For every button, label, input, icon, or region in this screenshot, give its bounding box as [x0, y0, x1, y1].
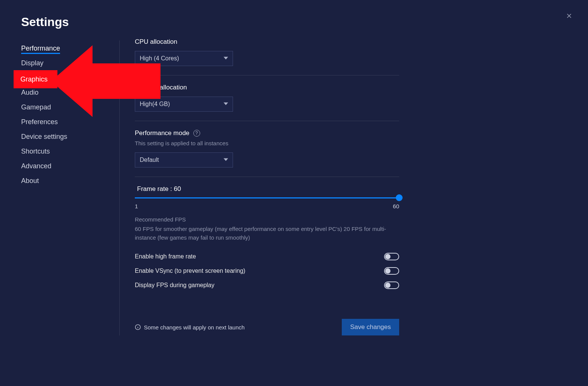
sidebar-item-label: Gamepad: [21, 103, 51, 111]
help-icon[interactable]: ?: [193, 130, 200, 137]
annotation-highlight-label: Graphics: [20, 75, 48, 83]
sidebar-item-label: Performance: [21, 45, 60, 54]
slider-max-label: 60: [393, 203, 399, 209]
settings-content: CPU allocation High (4 Cores) Memory all…: [120, 38, 399, 335]
performance-mode-select[interactable]: Default: [135, 152, 233, 168]
sidebar-item-display[interactable]: Display: [21, 56, 43, 71]
select-value: Default: [140, 157, 159, 163]
slider-min-label: 1: [135, 203, 138, 209]
sidebar-item-label: Audio: [21, 89, 39, 96]
enable-high-frame-rate-toggle[interactable]: [384, 253, 399, 260]
sidebar-item-performance[interactable]: Performance: [21, 41, 60, 56]
chevron-down-icon: [224, 101, 228, 108]
frame-rate-label: Frame rate : 60: [137, 185, 399, 193]
recommended-fps-title: Recommended FPS: [135, 216, 399, 223]
sidebar-item-label: Shortcuts: [21, 148, 50, 155]
toggle-knob: [385, 283, 390, 288]
enable-vsync-label: Enable VSync (to prevent screen tearing): [135, 268, 245, 274]
sidebar-item-label: Device settings: [21, 133, 67, 140]
cpu-allocation-label: CPU allocation: [135, 38, 399, 46]
close-button[interactable]: [564, 11, 574, 21]
chevron-down-icon: [224, 55, 228, 62]
close-icon: [565, 12, 573, 20]
sidebar-item-about[interactable]: About: [21, 174, 39, 188]
sidebar-item-shortcuts[interactable]: Shortcuts: [21, 144, 50, 159]
sidebar-item-preferences[interactable]: Preferences: [21, 115, 58, 129]
performance-mode-label: Performance mode ?: [135, 129, 399, 137]
enable-vsync-toggle[interactable]: [384, 267, 399, 275]
slider-track: [135, 197, 399, 198]
footer-note: Some changes will apply on next launch: [135, 324, 245, 331]
cpu-allocation-select[interactable]: High (4 Cores): [135, 51, 233, 66]
sidebar-item-label: Display: [21, 59, 43, 67]
recommended-fps-body: 60 FPS for smoother gameplay (may effect…: [135, 225, 399, 242]
sidebar-item-label: Preferences: [21, 118, 58, 126]
performance-mode-subtext: This setting is applied to all instances: [135, 140, 399, 146]
frame-rate-slider[interactable]: [135, 197, 399, 198]
toggle-knob: [385, 254, 390, 259]
display-fps-toggle[interactable]: [384, 281, 399, 289]
save-changes-button[interactable]: Save changes: [342, 319, 399, 335]
select-value: High(4 GB): [140, 101, 170, 108]
chevron-down-icon: [224, 157, 228, 163]
sidebar-item-label: Advanced: [21, 162, 51, 170]
info-icon: [135, 324, 141, 330]
select-value: High (4 Cores): [140, 55, 179, 62]
display-fps-label: Display FPS during gameplay: [135, 282, 215, 289]
toggle-knob: [385, 268, 390, 274]
page-title: Settings: [21, 15, 567, 29]
slider-thumb[interactable]: [396, 194, 403, 201]
sidebar-item-advanced[interactable]: Advanced: [21, 159, 51, 174]
memory-allocation-label: Memory allocation: [135, 84, 399, 91]
sidebar-item-label: About: [21, 177, 39, 185]
sidebar-item-device-settings[interactable]: Device settings: [21, 129, 67, 144]
enable-high-frame-rate-label: Enable high frame rate: [135, 253, 196, 260]
annotation-highlight-box: Graphics: [14, 70, 57, 88]
sidebar-item-gamepad[interactable]: Gamepad: [21, 100, 51, 115]
memory-allocation-select[interactable]: High(4 GB): [135, 97, 233, 112]
